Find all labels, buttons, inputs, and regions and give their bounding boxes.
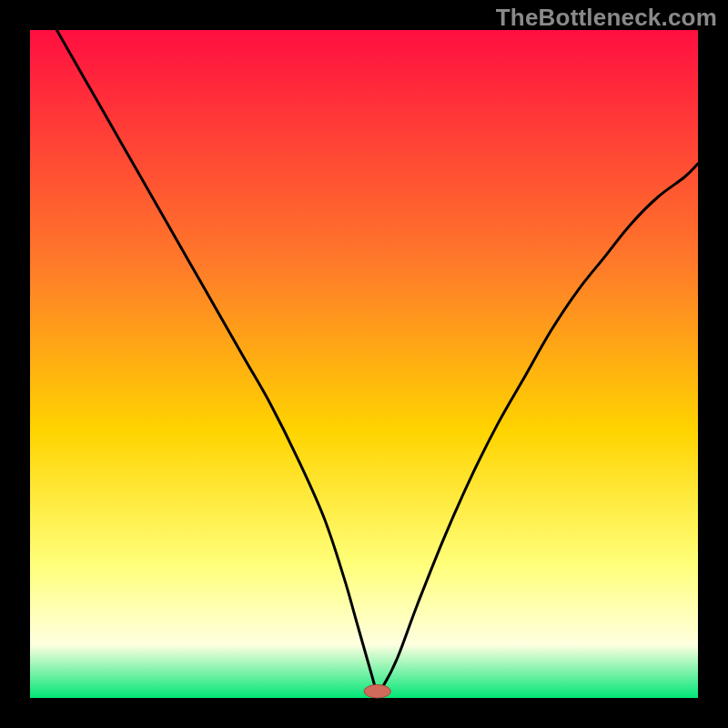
- watermark-text: TheBottleneck.com: [496, 4, 717, 32]
- plot-background: [30, 30, 698, 698]
- optimum-marker: [364, 684, 390, 698]
- chart-frame: { "watermark": "TheBottleneck.com", "col…: [0, 0, 728, 728]
- bottleneck-chart: [0, 0, 728, 728]
